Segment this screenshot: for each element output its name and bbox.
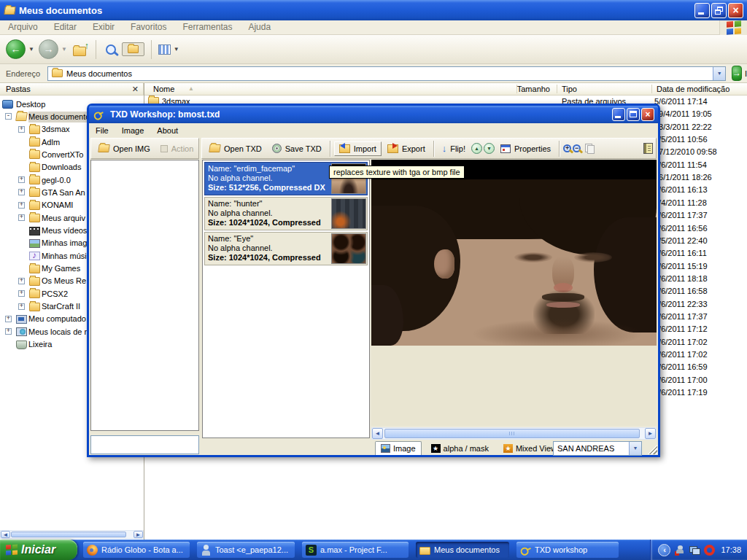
tree-item-label: Downloads (42, 162, 81, 173)
folders-button[interactable] (122, 42, 144, 56)
scrollbar-thumb[interactable] (384, 429, 640, 438)
move-up-button[interactable]: ▲ (471, 143, 482, 154)
properties-button[interactable]: Properties (496, 142, 555, 155)
collapse-icon[interactable]: - (5, 113, 12, 120)
close-button[interactable]: × (728, 3, 743, 18)
export-button[interactable]: Export (383, 142, 430, 155)
close-folders-pane-icon[interactable]: ✕ (132, 85, 139, 94)
txd-close-button[interactable]: × (641, 108, 654, 121)
img-file-list[interactable] (90, 160, 199, 431)
go-button[interactable]: → (732, 66, 742, 81)
tree-horizontal-scrollbar[interactable]: ◄ ► (0, 530, 144, 539)
txd-menu-item-about[interactable]: About (150, 124, 185, 138)
back-dropdown-icon[interactable]: ▼ (28, 46, 34, 52)
views-icon[interactable] (158, 44, 171, 55)
log-icon[interactable] (643, 143, 653, 154)
messenger-status-icon[interactable] (675, 545, 686, 556)
open-txd-button[interactable]: Open TXD (205, 142, 266, 155)
import-button[interactable]: Import (334, 141, 382, 156)
save-txd-button[interactable]: Save TXD (268, 141, 326, 155)
computer-icon (16, 315, 27, 324)
forward-dropdown-icon[interactable]: ▼ (61, 46, 67, 52)
scroll-right-icon[interactable]: ► (133, 531, 143, 538)
action-button[interactable]: Action (156, 142, 198, 155)
task-meus-documentos[interactable]: Meus documentos (416, 542, 509, 558)
resize-grip[interactable] (648, 445, 657, 454)
copy-icon[interactable] (585, 144, 595, 154)
tab-label: Mixed View (516, 444, 557, 453)
expand-icon[interactable]: + (18, 278, 25, 284)
expand-icon[interactable]: + (18, 176, 25, 183)
modified-date: 7/5/2011 10:56 (654, 135, 708, 144)
preview-horizontal-scrollbar[interactable]: ◄ ► (371, 427, 657, 440)
scroll-left-icon[interactable]: ◄ (1, 531, 10, 538)
menu-item-arquivo[interactable]: Arquivo (0, 20, 46, 34)
explorer-titlebar[interactable]: Meus documentos × (0, 0, 747, 20)
opera-icon[interactable] (704, 545, 715, 556)
up-button[interactable]: ↑ (71, 41, 89, 58)
move-down-button[interactable]: ▼ (484, 143, 495, 154)
folder-icon (29, 277, 40, 286)
task-r-dio-globo-bota-a[interactable]: Rádio Globo - Bota a... (83, 542, 190, 558)
txd-minimize-button[interactable] (612, 108, 625, 121)
txd-menu-item-image[interactable]: Image (115, 124, 151, 138)
texture-item[interactable]: Name: "hunter"No alpha channel.Size: 102… (204, 197, 368, 230)
txd-maximize-button[interactable] (627, 108, 640, 121)
task-txd-workshop[interactable]: TXD workshop (516, 542, 619, 558)
expand-icon[interactable]: + (18, 189, 25, 195)
forward-button[interactable]: → (39, 39, 58, 59)
tab-image[interactable]: Image (375, 441, 422, 455)
column-separator[interactable] (557, 85, 557, 93)
scroll-left-icon[interactable]: ◄ (372, 428, 383, 439)
expand-icon[interactable]: + (18, 202, 25, 209)
open-img-button[interactable]: Open IMG (94, 142, 155, 155)
address-input[interactable]: Meus documentos ▼ (47, 66, 726, 81)
tab-mixed-view[interactable]: ★Mixed View (498, 441, 562, 455)
column-header-type[interactable]: Tipo (562, 85, 577, 93)
expand-icon[interactable]: + (18, 126, 25, 133)
txd-menu-item-file[interactable]: File (89, 124, 115, 138)
cd-icon (272, 144, 282, 153)
minimize-button[interactable] (694, 3, 710, 18)
menu-item-ferramentas[interactable]: Ferramentas (174, 20, 240, 34)
expand-icon[interactable]: + (18, 214, 25, 221)
texture-alpha-info: No alpha channel. (208, 209, 328, 218)
expand-icon[interactable]: + (18, 303, 25, 310)
start-button[interactable]: Iniciar (0, 540, 77, 560)
task-toast-e-paepa12[interactable]: Toast <e_paepa12... (197, 542, 295, 558)
zoom-out-icon[interactable]: − (573, 144, 581, 152)
flip-button[interactable]: ↓ Flip! (438, 141, 470, 156)
txd-titlebar[interactable]: TXD Workshop: bmost.txd × (89, 106, 658, 123)
menu-item-ajuda[interactable]: Ajuda (240, 20, 279, 34)
views-dropdown-icon[interactable]: ▼ (174, 46, 179, 52)
menu-item-exibir[interactable]: Exibir (85, 20, 123, 34)
search-icon[interactable] (106, 44, 116, 55)
texture-item[interactable]: Name: "Eye"No alpha channel.Size: 1024*1… (204, 232, 368, 265)
tab-alpha-mask[interactable]: ★alpha / mask (426, 441, 494, 455)
tray-expand-icon[interactable]: ‹ (658, 544, 670, 556)
game-select-dropdown-icon[interactable]: ▼ (629, 442, 641, 455)
scroll-right-icon[interactable]: ► (645, 428, 656, 439)
texture-alpha-info: No alpha channel. (208, 244, 328, 253)
address-dropdown-button[interactable]: ▼ (713, 67, 725, 80)
column-header-size[interactable]: Tamanho (487, 85, 550, 93)
texture-preview[interactable] (371, 160, 657, 426)
task-a-max-project-f[interactable]: a.max - Project F... (302, 542, 409, 558)
expand-icon[interactable]: + (5, 328, 12, 335)
column-separator[interactable] (651, 85, 652, 93)
network-icon[interactable] (689, 545, 700, 556)
menu-item-editar[interactable]: Editar (46, 20, 85, 34)
back-button[interactable]: ← (6, 39, 26, 59)
game-select[interactable]: SAN ANDREAS ▼ (553, 441, 642, 456)
column-header-modified[interactable]: Data de modificação (657, 85, 729, 93)
windows-flag-icon (727, 20, 741, 34)
restore-button[interactable] (711, 3, 727, 18)
scrollbar-thumb[interactable] (11, 532, 126, 537)
expand-icon[interactable]: + (18, 290, 25, 297)
expand-icon[interactable]: + (5, 316, 12, 322)
menu-item-favoritos[interactable]: Favoritos (123, 20, 174, 34)
tree-item-label: KONAMI (42, 200, 73, 211)
tree-item-label: PCSX2 (42, 289, 68, 300)
column-header-name[interactable]: Nome (153, 85, 174, 93)
zoom-in-icon[interactable]: + (563, 144, 571, 152)
